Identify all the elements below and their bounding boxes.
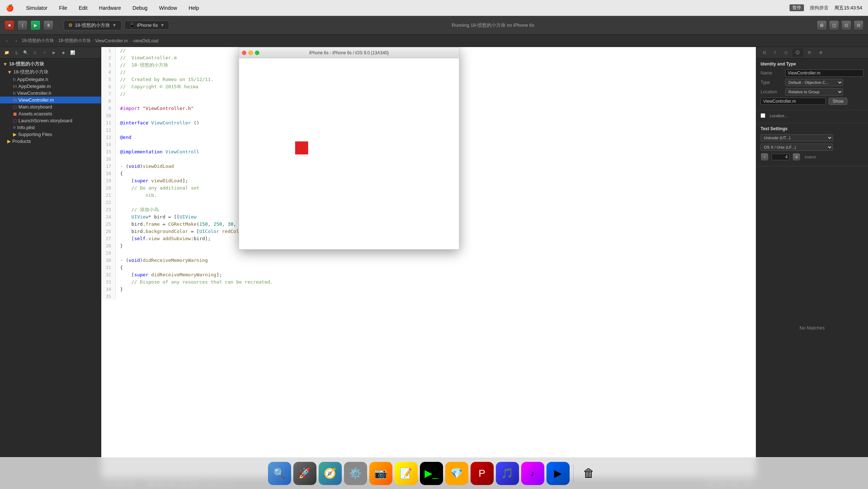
dock-pp[interactable]: P [471,462,494,485]
nav-back-button[interactable]: ‹ [3,37,11,45]
menu-file[interactable]: File [57,4,69,12]
sidebar: 📁 § 🔍 ⚠ ✓ ▶ ◆ 📊 ▼ 18-愤怒的小方块 ▼ 18-愤怒的小方块 [0,47,101,489]
breadcrumb-folder[interactable]: 18-愤怒的小方块 [58,38,90,44]
layout-btn-3[interactable]: ⊡ [841,20,851,30]
simulator-window[interactable]: iPhone 6s - iPhone 6s / iOS 9.0 (13A340) [239,47,459,250]
scheme-selector[interactable]: 📱 iPhone 6s ▼ [124,21,170,30]
device-chevron: ▼ [160,22,165,28]
sidebar-item-appdelegate-m[interactable]: m AppDelegate.m [0,83,101,90]
sidebar-symbols-btn[interactable]: § [12,49,20,57]
dock-systemprefs[interactable]: ⚙️ [344,462,367,485]
menu-bar-left: 🍎 Simulator File Edit Hardware Debug Win… [6,4,201,12]
rpanel-encoding-select[interactable]: Unicode (UT...) [761,134,833,141]
sidebar-item-viewcontroller-m[interactable]: m ViewController.m [0,97,101,103]
stop-button[interactable]: ■ [4,20,14,30]
sidebar-item-viewcontroller-h[interactable]: h ViewController.h [0,90,101,97]
rpanel-source-tab[interactable]: ⊕ [816,49,826,56]
dock-launchpad[interactable]: 🚀 [293,462,316,485]
rpanel-localize-label: Localize... [770,114,788,118]
sidebar-item-appdelegate-h[interactable]: h AppDelegate.h [0,76,101,83]
sidebar-item-products[interactable]: ▶ Products [0,138,101,145]
sim-maximize-button[interactable] [255,51,259,55]
code-line-32: 32 [super didReceiveMemoryWarning]; [101,271,756,278]
breadcrumb-file[interactable]: ViewController.m [95,38,128,43]
menu-hardware[interactable]: Hardware [97,4,123,12]
appdelegate-h-label: AppDelegate.h [17,77,48,82]
dock-notes[interactable]: 📝 [395,462,418,485]
sim-close-button[interactable] [242,51,246,55]
sidebar-debug-btn[interactable]: ▶ [50,49,58,57]
rpanel-path-input[interactable] [761,98,826,105]
menu-debug[interactable]: Debug [131,4,150,12]
rpanel-location-label: Location [761,89,782,94]
sidebar-item-main-storyboard[interactable]: ◻ Main.storyboard [0,103,101,110]
sim-minimize-button[interactable] [248,51,253,55]
sidebar-files-btn[interactable]: 📁 [3,49,11,57]
products-icon: ▶ [7,139,11,144]
breadcrumb-project[interactable]: 18-愤怒的小方块 [22,38,54,44]
sidebar-item-project-group[interactable]: ▼ 18-愤怒的小方块 [0,60,101,68]
sidebar-issues-btn[interactable]: ⚠ [31,49,39,57]
rpanel-localize-checkbox[interactable] [761,113,765,118]
dock-terminal[interactable]: ▶_ [420,462,443,485]
breadcrumb-method[interactable]: -viewDidLoad [132,38,158,43]
sidebar-report-btn[interactable]: 📊 [69,49,77,57]
layout-btn-2[interactable]: ◫ [829,20,839,30]
dock-sketch[interactable]: 💎 [445,462,468,485]
layout-btn-4[interactable]: ⊟ [854,20,864,30]
code-line-34: 34 } [101,286,756,293]
project-selector[interactable]: ⚙ 18-愤怒的小方块 ▼ [64,20,122,30]
layout-btn-1[interactable]: ⊞ [817,20,827,30]
back-button[interactable]: ⟨ [17,20,27,30]
dock-trash[interactable]: 🗑 [577,462,600,485]
line-num-25: 25 [101,221,116,228]
menu-bar-ime[interactable]: 搜狗拼音 [810,5,829,11]
rpanel-quick-tab[interactable]: ? [770,49,780,56]
project-folder-label: 18-愤怒的小方块 [13,69,48,75]
menu-window[interactable]: Window [157,4,179,12]
rpanel-indent-inc[interactable]: + [792,153,800,161]
sidebar-item-project-folder[interactable]: ▼ 18-愤怒的小方块 [0,68,101,76]
rpanel-indent-dec[interactable]: - [761,153,769,161]
code-line-35: 35 [101,293,756,300]
line-num-9: 9 [101,105,116,112]
line-num-21: 21 [101,192,116,199]
menu-help[interactable]: Help [187,4,201,12]
rpanel-show-button[interactable]: Show [829,98,847,105]
rpanel-build-tab[interactable]: ⚙ [804,49,815,56]
apple-logo[interactable]: 🍎 [6,4,14,12]
sidebar-item-info-plist[interactable]: ≡ Info.plist [0,124,101,131]
red-square [295,141,308,154]
nav-forward-button[interactable]: › [12,37,20,45]
sidebar-search-btn[interactable]: 🔍 [22,49,30,57]
rpanel-lineending-select[interactable]: OS X / Unix (LF...) [761,144,833,151]
menu-edit[interactable]: Edit [77,4,90,12]
dock-qqmusic[interactable]: 🎵 [496,462,519,485]
rpanel-type-label: Type [761,80,782,85]
code-content-30: - (void)didReceiveMemoryWarning [120,257,756,264]
sidebar-item-assets[interactable]: ◼ Assets.xcassets [0,110,101,117]
rpanel-file-tab[interactable]: ⊟ [759,49,770,56]
dock-iphoto[interactable]: 📷 [369,462,392,485]
rpanel-name-input[interactable] [785,69,864,77]
rpanel-indent-input[interactable] [771,154,790,160]
supporting-files-label: Supporting Files [18,132,52,137]
dock-safari[interactable]: 🧭 [319,462,342,485]
menu-bar-time: 周五15:43:54 [834,5,862,11]
dock-quicktime[interactable]: ▶ [546,462,570,485]
run-button[interactable]: ▶ [30,20,41,30]
sidebar-item-launchscreen[interactable]: ◻ LaunchScreen.storyboard [0,117,101,124]
code-line-30: 30 - (void)didReceiveMemoryWarning [101,257,756,264]
rpanel-type-select[interactable]: Default - Objective-C... [785,79,843,86]
project-group-label: 18-愤怒的小方块 [9,61,44,67]
sidebar-item-supporting-files[interactable]: ▶ Supporting Files [0,131,101,138]
rpanel-identity-tab[interactable]: ⓘ [792,48,803,57]
sidebar-breakpoints-btn[interactable]: ◆ [59,49,67,57]
dock-itunes[interactable]: ♪ [521,462,544,485]
menu-simulator[interactable]: Simulator [24,4,50,12]
dock-finder[interactable]: 🔍 [268,462,291,485]
rpanel-location-select[interactable]: Relative to Group [785,88,843,95]
sidebar-tests-btn[interactable]: ✓ [41,49,48,57]
rpanel-history-tab[interactable]: ◷ [780,49,791,56]
pause-button[interactable]: ⏸ [43,20,54,30]
